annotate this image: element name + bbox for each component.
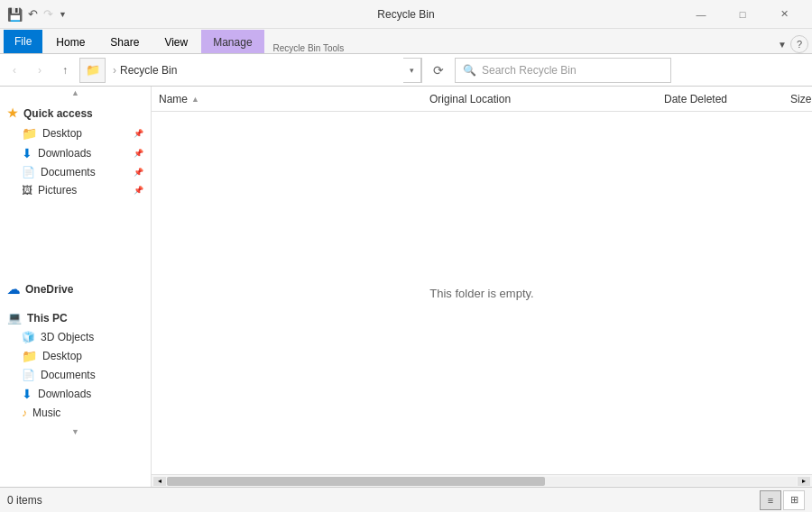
title-bar-quick-access: 💾 ↶ ↷ ▼ [7, 7, 680, 22]
pc-downloads-label: Downloads [38, 388, 91, 400]
sidebar-item-pictures[interactable]: 🖼 Pictures 📌 [0, 181, 151, 199]
address-path[interactable]: › Recycle Bin [106, 58, 403, 83]
sidebar-item-music[interactable]: ♪ Music [0, 404, 151, 422]
col-location-header[interactable]: Original Location [429, 93, 664, 105]
refresh-button[interactable]: ⟳ [426, 58, 451, 83]
sidebar-scroll-down[interactable]: ▼ [0, 425, 151, 438]
maximize-button[interactable]: □ [722, 0, 763, 29]
sidebar-thispc-section: 💻 This PC 🧊 3D Objects 📁 Desktop 📄 Docum… [0, 304, 151, 425]
tab-manage[interactable]: Manage [201, 30, 263, 53]
pictures-label: Pictures [38, 184, 77, 197]
back-button[interactable]: ‹ [4, 59, 25, 81]
pin-icon-3: 📌 [134, 168, 143, 177]
folder-icon: 📁 [22, 126, 37, 141]
file-list-body: This folder is empty. [152, 112, 812, 474]
tab-home[interactable]: Home [44, 30, 97, 53]
col-size-label: Size [790, 93, 811, 105]
onedrive-label: OneDrive [25, 283, 73, 296]
col-name-label: Name [159, 93, 188, 105]
scrollbar-track[interactable] [167, 477, 797, 486]
sidebar-item-this-pc[interactable]: 💻 This PC [0, 307, 151, 328]
window-controls: — □ ✕ [680, 0, 805, 29]
sidebar-item-documents[interactable]: 📄 Documents 📌 [0, 163, 151, 181]
minimize-button[interactable]: — [680, 0, 722, 29]
download-icon: ⬇ [22, 146, 32, 160]
scrollbar-left-arrow[interactable]: ◂ [153, 477, 166, 486]
scrollbar-right-arrow[interactable]: ▸ [798, 477, 810, 486]
sidebar-item-desktop[interactable]: 📁 Desktop 📌 [0, 123, 151, 143]
sidebar-quick-access-section: ★ Quick access 📁 Desktop 📌 ⬇ Downloads 📌… [0, 99, 151, 203]
tab-share[interactable]: Share [98, 30, 151, 53]
recycle-bin-tools-label: Recycle Bin Tools [266, 43, 352, 53]
download-icon-2: ⬇ [22, 387, 32, 401]
status-bar: 0 items ≡ ⊞ [0, 487, 812, 512]
documents-label: Documents [41, 166, 96, 178]
thispc-icon: 💻 [7, 311, 22, 325]
pin-icon: 📌 [134, 129, 143, 138]
window-title: Recycle Bin [377, 8, 434, 21]
main-content: ▲ ★ Quick access 📁 Desktop 📌 ⬇ Downloads… [0, 87, 812, 487]
sidebar-scroll-up[interactable]: ▲ [0, 87, 151, 99]
sidebar-item-pc-desktop[interactable]: 📁 Desktop [0, 346, 151, 366]
downloads-label: Downloads [38, 147, 91, 160]
search-icon: 🔍 [463, 64, 476, 77]
column-header: Name ▲ Original Location Date Deleted Si… [152, 87, 812, 112]
pc-documents-label: Documents [41, 369, 96, 381]
pin-icon-2: 📌 [134, 149, 143, 158]
folder-icon-2: 📁 [22, 349, 37, 363]
picture-icon: 🖼 [22, 184, 32, 197]
col-location-label: Original Location [429, 93, 511, 105]
save-icon[interactable]: 💾 [7, 7, 23, 22]
document-icon-2: 📄 [22, 369, 35, 381]
collapse-ribbon-icon[interactable]: ▼ [778, 40, 787, 50]
horizontal-scrollbar[interactable]: ◂ ▸ [152, 474, 812, 487]
sidebar-item-3d-objects[interactable]: 🧊 3D Objects [0, 328, 151, 346]
help-button[interactable]: ? [790, 35, 808, 53]
close-button[interactable]: ✕ [763, 0, 805, 29]
col-size-header[interactable]: Size [790, 93, 811, 105]
sidebar-item-downloads[interactable]: ⬇ Downloads 📌 [0, 143, 151, 163]
col-name-header[interactable]: Name ▲ [159, 89, 429, 109]
sidebar-item-pc-documents[interactable]: 📄 Documents [0, 366, 151, 384]
address-bar: ‹ › ↑ 📁 › Recycle Bin ▾ ⟳ 🔍 Search Recyc… [0, 54, 812, 87]
search-box[interactable]: 🔍 Search Recycle Bin [455, 58, 671, 83]
sidebar-item-pc-downloads[interactable]: ⬇ Downloads [0, 384, 151, 404]
music-label: Music [32, 407, 60, 419]
scrollbar-thumb [167, 477, 545, 486]
address-folder-icon[interactable]: 📁 [80, 59, 106, 82]
col-date-label: Date Deleted [664, 93, 727, 105]
pin-icon-4: 📌 [134, 186, 143, 195]
sidebar-onedrive-section: ☁ OneDrive [0, 275, 151, 304]
sort-arrow-icon: ▲ [191, 95, 199, 104]
sidebar-item-quick-access[interactable]: ★ Quick access [0, 103, 151, 123]
file-pane: Name ▲ Original Location Date Deleted Si… [152, 87, 812, 487]
tab-view[interactable]: View [152, 30, 199, 53]
3d-objects-label: 3D Objects [41, 331, 94, 343]
quick-access-label: Quick access [23, 107, 93, 120]
redo-icon[interactable]: ↷ [43, 7, 53, 21]
view-buttons: ≡ ⊞ [760, 490, 805, 510]
address-dropdown[interactable]: ▾ [403, 58, 421, 83]
undo-icon[interactable]: ↶ [28, 7, 38, 21]
empty-message: This folder is empty. [429, 287, 533, 300]
desktop-label: Desktop [42, 127, 82, 140]
large-icons-view-button[interactable]: ⊞ [783, 490, 805, 510]
path-text: Recycle Bin [120, 64, 177, 77]
tab-file[interactable]: File [4, 30, 42, 53]
ribbon-tabs: File Home Share View Manage Recycle Bin … [0, 29, 812, 54]
sidebar: ▲ ★ Quick access 📁 Desktop 📌 ⬇ Downloads… [0, 87, 152, 487]
col-date-header[interactable]: Date Deleted [664, 93, 790, 105]
up-button[interactable]: ↑ [54, 59, 76, 81]
large-icons-view-icon: ⊞ [790, 494, 798, 506]
details-view-button[interactable]: ≡ [760, 490, 781, 510]
forward-button[interactable]: › [29, 59, 51, 81]
document-icon: 📄 [22, 166, 35, 178]
music-icon: ♪ [22, 407, 27, 419]
details-view-icon: ≡ [768, 495, 773, 506]
onedrive-icon: ☁ [7, 282, 20, 297]
search-placeholder: Search Recycle Bin [482, 64, 577, 77]
pc-desktop-label: Desktop [42, 350, 82, 362]
dropdown-icon[interactable]: ▼ [59, 10, 67, 19]
sidebar-item-onedrive[interactable]: ☁ OneDrive [0, 279, 151, 300]
star-icon: ★ [7, 106, 18, 120]
